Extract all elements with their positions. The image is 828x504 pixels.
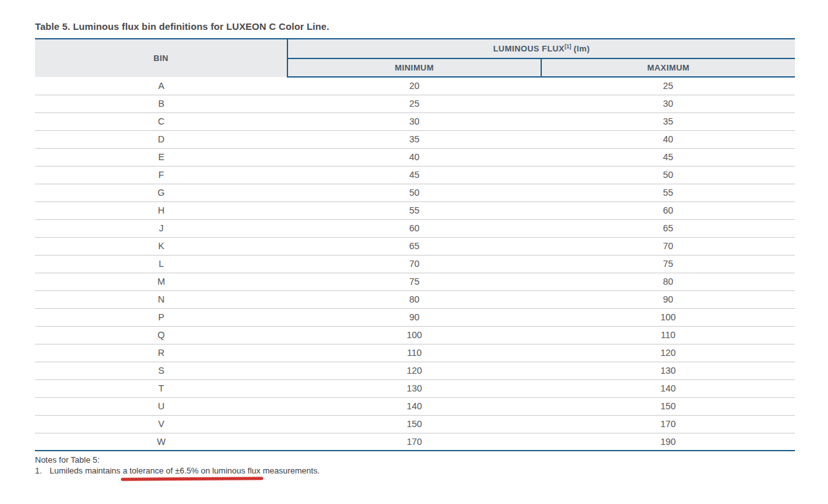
bin-cell: G: [35, 184, 287, 201]
table-row: E 40 45: [35, 148, 795, 166]
luminous-flux-unit-label: (lm): [571, 44, 590, 54]
minimum-cell: 65: [287, 237, 541, 255]
bin-cell: R: [35, 344, 287, 362]
bin-cell: T: [35, 379, 287, 397]
minimum-cell: 60: [287, 219, 541, 237]
luminous-flux-group-header: LUMINOUS FLUX[1] (lm): [287, 39, 795, 58]
bin-cell: E: [35, 148, 287, 166]
table-row: S 120 130: [35, 362, 795, 379]
bin-cell: U: [35, 397, 287, 415]
table-row: D 35 40: [35, 130, 795, 148]
maximum-cell: 190: [541, 433, 795, 451]
maximum-cell: 35: [541, 112, 795, 130]
minimum-cell: 75: [287, 273, 541, 290]
maximum-cell: 45: [541, 148, 795, 166]
maximum-column-header: MAXIMUM: [541, 58, 795, 77]
minimum-cell: 20: [287, 77, 541, 95]
minimum-cell: 30: [287, 112, 541, 130]
bin-cell: J: [35, 219, 287, 237]
table-row: K 65 70: [35, 237, 795, 255]
minimum-cell: 70: [287, 255, 541, 273]
footnote-reference: [1]: [565, 43, 571, 50]
datasheet-page: Table 5. Luminous flux bin definitions f…: [0, 0, 828, 476]
bin-cell: L: [35, 255, 287, 273]
note-text-suffix: measurements.: [261, 466, 320, 475]
minimum-cell: 40: [287, 148, 541, 166]
table-row: T 130 140: [35, 379, 795, 397]
table-row: Q 100 110: [35, 326, 795, 344]
luminous-flux-header-label: LUMINOUS FLUX: [493, 44, 565, 54]
table-row: V 150 170: [35, 415, 795, 433]
maximum-cell: 75: [541, 255, 795, 273]
bin-cell: H: [35, 201, 287, 219]
table-row: L 70 75: [35, 255, 795, 273]
minimum-cell: 50: [287, 184, 541, 201]
minimum-cell: 110: [287, 344, 541, 362]
maximum-cell: 65: [541, 219, 795, 237]
table-row: P 90 100: [35, 308, 795, 326]
bin-cell: F: [35, 166, 287, 184]
minimum-cell: 130: [287, 379, 541, 397]
maximum-cell: 110: [541, 326, 795, 344]
table-row: J 60 65: [35, 219, 795, 237]
table-row: W 170 190: [35, 433, 795, 451]
table-row: F 45 50: [35, 166, 795, 184]
luminous-flux-bin-table: BIN LUMINOUS FLUX[1] (lm) MINIMUM MAXIMU…: [35, 38, 795, 451]
minimum-cell: 80: [287, 290, 541, 308]
maximum-cell: 80: [541, 273, 795, 290]
bin-cell: A: [35, 77, 287, 95]
minimum-cell: 35: [287, 130, 541, 148]
table-row: N 80 90: [35, 290, 795, 308]
notes-section: Notes for Table 5: 1. Lumileds maintains…: [35, 455, 795, 476]
table-caption: Table 5. Luminous flux bin definitions f…: [35, 21, 795, 32]
bin-cell: M: [35, 273, 287, 290]
red-underline-annotation: a tolerance of ±6.5% on luminous flux: [123, 466, 261, 475]
table-row: R 110 120: [35, 344, 795, 362]
bin-column-header: BIN: [35, 39, 287, 77]
table-row: U 140 150: [35, 397, 795, 415]
table-row: G 50 55: [35, 184, 795, 201]
note-item-1: 1. Lumileds maintains a tolerance of ±6.…: [35, 466, 795, 476]
minimum-cell: 150: [287, 415, 541, 433]
maximum-cell: 150: [541, 397, 795, 415]
maximum-cell: 70: [541, 237, 795, 255]
table-row: C 30 35: [35, 112, 795, 130]
bin-cell: B: [35, 95, 287, 112]
bin-cell: V: [35, 415, 287, 433]
maximum-cell: 170: [541, 415, 795, 433]
table-row: H 55 60: [35, 201, 795, 219]
minimum-cell: 170: [287, 433, 541, 451]
maximum-cell: 130: [541, 362, 795, 379]
bin-cell: W: [35, 433, 287, 451]
maximum-cell: 50: [541, 166, 795, 184]
maximum-cell: 55: [541, 184, 795, 201]
bin-cell: C: [35, 112, 287, 130]
bin-cell: K: [35, 237, 287, 255]
table-header: BIN LUMINOUS FLUX[1] (lm) MINIMUM MAXIMU…: [35, 39, 795, 77]
maximum-cell: 120: [541, 344, 795, 362]
minimum-column-header: MINIMUM: [287, 58, 541, 77]
bin-cell: N: [35, 290, 287, 308]
maximum-cell: 60: [541, 201, 795, 219]
bin-cell: S: [35, 362, 287, 379]
note-number: 1.: [35, 466, 50, 476]
minimum-cell: 55: [287, 201, 541, 219]
maximum-cell: 30: [541, 95, 795, 112]
bin-cell: P: [35, 308, 287, 326]
bin-cell: Q: [35, 326, 287, 344]
table-body: A 20 25 B 25 30 C 30 35 D: [35, 77, 795, 451]
table-row: M 75 80: [35, 273, 795, 290]
minimum-cell: 100: [287, 326, 541, 344]
table-row: A 20 25: [35, 77, 795, 95]
minimum-cell: 90: [287, 308, 541, 326]
maximum-cell: 25: [541, 77, 795, 95]
minimum-cell: 25: [287, 95, 541, 112]
table-row: B 25 30: [35, 95, 795, 112]
minimum-cell: 45: [287, 166, 541, 184]
minimum-cell: 140: [287, 397, 541, 415]
notes-heading: Notes for Table 5:: [35, 455, 795, 465]
note-text-prefix: Lumileds maintains: [50, 466, 123, 475]
maximum-cell: 140: [541, 379, 795, 397]
maximum-cell: 40: [541, 130, 795, 148]
maximum-cell: 100: [541, 308, 795, 326]
